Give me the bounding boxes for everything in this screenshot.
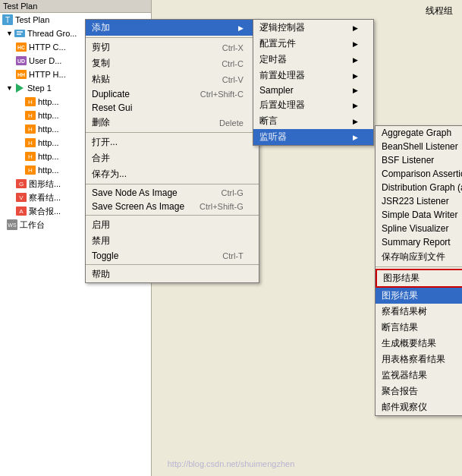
svg-text:WS: WS (8, 222, 17, 228)
menu-item-copy[interactable]: 复制 Ctrl-C (86, 55, 259, 71)
menu-item-open-label: 打开... (92, 136, 244, 149)
tree-item-http3-label: http... (38, 125, 59, 134)
listener-jsr223[interactable]: JSR223 Listener (376, 194, 462, 208)
submenu-add-sampler-label: Sampler (259, 85, 349, 96)
submenu-add-timer[interactable]: 定时器 ▶ (253, 52, 373, 68)
listener-view-results-tree-label: 察看结果树 (382, 305, 427, 318)
menu-item-savenodeimage[interactable]: Save Node As Image Ctrl-G (86, 186, 259, 200)
svg-text:H: H (28, 112, 33, 119)
menu-item-cut[interactable]: 剪切 Ctrl-X (86, 39, 259, 55)
userd-icon: UD (15, 55, 27, 67)
svg-text:A: A (19, 208, 24, 215)
svg-marker-11 (16, 84, 24, 93)
separator-3 (86, 184, 259, 184)
submenu-add-listener[interactable]: 监听器 ▶ (253, 129, 373, 145)
listener-generate-summary[interactable]: 生成概要结果 (376, 336, 462, 351)
listener-distribution[interactable]: Distribution Graph (alpha) (376, 181, 462, 194)
listener-spline[interactable]: Spline Visualizer (376, 222, 462, 235)
submenu-add: 逻辑控制器 ▶ 配置元件 ▶ 定时器 ▶ 前置处理器 ▶ Sampler ▶ 后… (253, 19, 374, 146)
separator-5 (86, 264, 259, 265)
menu-item-saveas[interactable]: 保存为... (86, 166, 259, 182)
menu-item-paste-shortcut: Ctrl-V (222, 75, 244, 84)
svg-text:UD: UD (17, 58, 25, 64)
menu-item-toggle[interactable]: Toggle Ctrl-T (86, 249, 259, 263)
svg-text:H: H (28, 153, 33, 160)
listener-graph-result-2[interactable]: 图形结果 (376, 288, 462, 304)
listener-aggregate-report-label: 聚合报告 (382, 385, 418, 398)
listener-monitor-results[interactable]: 监视器结果 (376, 367, 462, 383)
tree-item-http5-label: http... (38, 152, 59, 161)
menu-item-merge[interactable]: 合并 (86, 150, 259, 166)
listener-generate-summary-label: 生成概要结果 (382, 337, 436, 350)
submenu-add-listener-arrow: ▶ (353, 134, 358, 141)
httpc-icon: HC (15, 41, 27, 53)
listener-aggregate-graph-label: Aggregate Graph (382, 128, 451, 138)
tree-item-http2-label: http... (38, 111, 59, 120)
menu-item-savenodeimage-label: Save Node As Image (92, 188, 206, 198)
watermark-text: http://blog.csdn.net/shuimengzhen (168, 459, 295, 468)
menu-item-help[interactable]: 帮助 (86, 266, 259, 282)
menu-item-add[interactable]: 添加 ▶ (86, 20, 259, 36)
listener-spline-label: Spline Visualizer (382, 223, 449, 234)
submenu-add-config[interactable]: 配置元件 ▶ (253, 36, 373, 52)
svg-text:T: T (5, 16, 10, 24)
svg-text:H: H (28, 167, 33, 174)
menu-item-toggle-label: Toggle (92, 251, 207, 261)
menu-item-delete[interactable]: 删除 Delete (86, 115, 259, 131)
listener-assertion-results[interactable]: 断言结果 (376, 320, 462, 336)
listener-aggregate-graph[interactable]: Aggregate Graph (376, 126, 462, 140)
listener-beanshell[interactable]: BeanShell Listener (376, 140, 462, 153)
listener-bsf[interactable]: BSF Listener (376, 153, 462, 167)
listener-monitor-results-label: 监视器结果 (382, 369, 427, 382)
submenu-add-assertion-arrow: ▶ (353, 118, 358, 125)
chajian-icon: V (15, 191, 27, 203)
menu-item-duplicate-label: Duplicate (92, 89, 185, 99)
listener-sep (376, 266, 462, 267)
svg-text:V: V (19, 194, 24, 201)
svg-rect-2 (14, 30, 25, 37)
listener-aggregate-report[interactable]: 聚合报告 (376, 383, 462, 399)
submenu-add-sampler-arrow: ▶ (353, 87, 358, 94)
thread-group-header-label: 线程组 (158, 3, 456, 19)
submenu-add-sampler[interactable]: Sampler ▶ (253, 84, 373, 97)
menu-item-paste[interactable]: 粘贴 Ctrl-V (86, 71, 259, 87)
menu-item-disable[interactable]: 禁用 (86, 233, 259, 249)
menu-item-open[interactable]: 打开... (86, 134, 259, 150)
juhe-icon: A (15, 205, 27, 217)
testplan-icon: T (2, 14, 14, 26)
watermark: http://blog.csdn.net/shuimengzhen (0, 459, 462, 468)
listener-distribution-label: Distribution Graph (alpha) (382, 182, 462, 193)
submenu-add-postprocessor[interactable]: 后置处理器 ▶ (253, 97, 373, 113)
submenu-add-postprocessor-arrow: ▶ (353, 102, 358, 109)
tree-item-userd-label: User D... (29, 56, 61, 65)
listener-summary[interactable]: Summary Report (376, 235, 462, 249)
http2-icon: H (24, 109, 36, 121)
submenu-add-assertion[interactable]: 断言 ▶ (253, 113, 373, 129)
listener-view-results-tree[interactable]: 察看结果树 (376, 304, 462, 320)
listener-mail-observer[interactable]: 邮件观察仪 (376, 399, 462, 415)
menu-item-delete-shortcut: Delete (219, 118, 244, 128)
listener-save-response[interactable]: 保存响应到文件 (376, 249, 462, 265)
tree-item-http4-label: http... (38, 138, 59, 147)
menu-item-savescreenimage[interactable]: Save Screen As Image Ctrl+Shift-G (86, 200, 259, 213)
listener-bsf-label: BSF Listener (382, 155, 434, 165)
menu-item-resetgui[interactable]: Reset Gui (86, 101, 259, 115)
submenu-add-config-arrow: ▶ (353, 40, 358, 48)
httph-icon: HH (15, 68, 27, 80)
tree-header: Test Plan (0, 0, 151, 13)
listener-view-results-table[interactable]: 用表格察看结果 (376, 351, 462, 367)
listener-graph-result-1[interactable]: 图形结果 (376, 269, 462, 288)
submenu-add-preprocessor-arrow: ▶ (353, 72, 358, 80)
menu-item-help-label: 帮助 (92, 268, 244, 281)
menu-item-duplicate[interactable]: Duplicate Ctrl+Shift-C (86, 87, 259, 101)
submenu-add-logicctrl[interactable]: 逻辑控制器 ▶ (253, 20, 373, 36)
submenu-add-timer-label: 定时器 (259, 53, 349, 66)
submenu-add-preprocessor[interactable]: 前置处理器 ▶ (253, 68, 373, 84)
tree-item-juhe-label: 聚合报... (29, 206, 61, 217)
menu-item-enable[interactable]: 启用 (86, 217, 259, 233)
listener-comparison[interactable]: Comparison Assertion Visualizer (376, 167, 462, 181)
tree-item-http6-label: http... (38, 165, 59, 175)
submenu-add-logicctrl-arrow: ▶ (353, 24, 358, 32)
menu-item-paste-label: 粘贴 (92, 73, 207, 86)
listener-simple-data[interactable]: Simple Data Writer (376, 208, 462, 222)
